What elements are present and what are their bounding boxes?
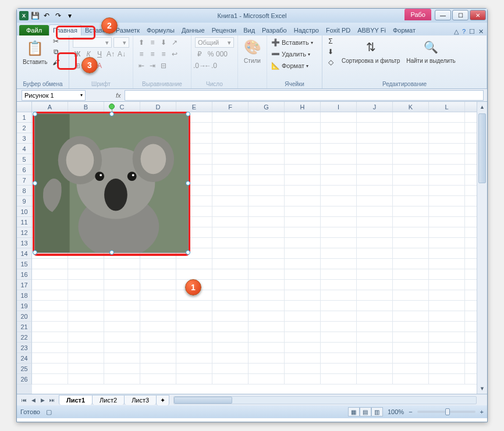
delete-cells-button[interactable]: ➖Удалить▾ — [271, 48, 318, 60]
cell[interactable] — [249, 196, 285, 206]
cell[interactable] — [285, 165, 321, 174]
tab-formulas[interactable]: Формулы — [143, 25, 178, 35]
cell[interactable] — [249, 269, 285, 279]
cell[interactable] — [429, 364, 465, 373]
cell[interactable] — [429, 217, 465, 227]
cell[interactable] — [140, 343, 176, 352]
cell[interactable] — [249, 154, 285, 164]
cell[interactable] — [321, 332, 357, 342]
zoom-slider[interactable] — [417, 411, 475, 413]
cell[interactable] — [357, 374, 393, 384]
cell[interactable] — [393, 154, 429, 164]
find-select-button[interactable]: 🔍Найти и выделить — [404, 37, 457, 65]
sheet-prev-icon[interactable]: ◀ — [29, 396, 38, 405]
styles-button[interactable]: 🎨Стили — [242, 37, 263, 65]
align-bot-icon[interactable]: ⬇ — [159, 38, 168, 47]
column-header[interactable]: F — [212, 102, 249, 112]
merge-icon[interactable]: ⊟ — [159, 61, 168, 70]
cell[interactable] — [357, 301, 393, 311]
font-shrink-icon[interactable]: A↓ — [117, 49, 126, 59]
cell[interactable] — [176, 311, 212, 321]
cell[interactable] — [285, 238, 321, 248]
cell[interactable] — [212, 311, 249, 321]
cell[interactable] — [68, 301, 104, 311]
cell[interactable] — [249, 259, 285, 269]
wrap-icon[interactable]: ↩ — [170, 49, 179, 59]
cell[interactable] — [357, 364, 393, 373]
cell[interactable] — [429, 196, 465, 206]
cell[interactable] — [212, 280, 249, 290]
cell[interactable] — [212, 364, 249, 373]
cell[interactable] — [249, 165, 285, 174]
cell[interactable] — [140, 280, 176, 290]
page-break-icon[interactable]: ▥ — [371, 407, 383, 416]
cell[interactable] — [357, 322, 393, 332]
cell[interactable] — [68, 364, 104, 373]
autosum-icon[interactable]: Σ — [326, 37, 335, 46]
tab-foxit[interactable]: Foxit PD — [322, 25, 354, 35]
cell[interactable] — [321, 280, 357, 290]
row-header[interactable]: 1 — [17, 112, 32, 123]
cell[interactable] — [285, 206, 321, 216]
worksheet-grid[interactable]: ABCDEFGHIJKL 123456789101112131415161718… — [17, 102, 487, 394]
cell[interactable] — [429, 343, 465, 352]
cell[interactable] — [393, 259, 429, 269]
row-header[interactable]: 12 — [17, 227, 32, 238]
cell[interactable] — [68, 353, 104, 363]
cell[interactable] — [393, 322, 429, 332]
row-header[interactable]: 13 — [17, 238, 32, 248]
cell[interactable] — [357, 112, 393, 122]
cell[interactable] — [68, 269, 104, 279]
cell[interactable] — [212, 227, 249, 237]
cell[interactable] — [429, 311, 465, 321]
column-header[interactable]: E — [176, 102, 212, 112]
cell[interactable] — [212, 123, 249, 133]
cell[interactable] — [249, 238, 285, 248]
cell[interactable] — [357, 343, 393, 352]
cell[interactable] — [32, 280, 68, 290]
cell[interactable] — [212, 343, 249, 352]
sheet-next-icon[interactable]: ▶ — [38, 396, 47, 405]
maximize-button[interactable]: ☐ — [452, 10, 468, 20]
cell[interactable] — [429, 175, 465, 185]
column-header[interactable]: A — [32, 102, 68, 112]
cell[interactable] — [321, 123, 357, 133]
cell[interactable] — [104, 269, 140, 279]
cell[interactable] — [176, 332, 212, 342]
cell[interactable] — [212, 144, 249, 154]
cell[interactable] — [249, 353, 285, 363]
cell[interactable] — [285, 311, 321, 321]
cell[interactable] — [429, 123, 465, 133]
cell[interactable] — [357, 196, 393, 206]
currency-icon[interactable]: ₽ — [195, 49, 204, 59]
resize-handle-ne[interactable] — [186, 112, 190, 116]
save-icon[interactable]: 💾 — [30, 10, 40, 21]
cell[interactable] — [285, 343, 321, 352]
align-center-icon[interactable]: ≡ — [148, 49, 157, 59]
cell[interactable] — [212, 290, 249, 300]
cell[interactable] — [176, 259, 212, 269]
cell[interactable] — [357, 133, 393, 143]
cell[interactable] — [68, 290, 104, 300]
tab-format[interactable]: Формат — [389, 25, 419, 35]
cell[interactable] — [429, 133, 465, 143]
cell[interactable] — [321, 227, 357, 237]
embedded-picture[interactable] — [34, 113, 189, 253]
column-header[interactable]: J — [357, 102, 393, 112]
cell[interactable] — [393, 133, 429, 143]
cell[interactable] — [212, 112, 249, 122]
row-header[interactable]: 22 — [17, 332, 32, 343]
cell[interactable] — [321, 259, 357, 269]
cell[interactable] — [140, 290, 176, 300]
border-icon[interactable]: ⊞ — [73, 61, 82, 70]
cell[interactable] — [104, 353, 140, 363]
cell[interactable] — [140, 374, 176, 384]
cell[interactable] — [68, 259, 104, 269]
cell[interactable] — [393, 175, 429, 185]
sheet-tab-1[interactable]: Лист1 — [59, 395, 93, 405]
cell[interactable] — [249, 144, 285, 154]
zoom-out-icon[interactable]: − — [409, 408, 412, 415]
cell[interactable] — [249, 186, 285, 195]
cell[interactable] — [285, 227, 321, 237]
cell[interactable] — [393, 227, 429, 237]
